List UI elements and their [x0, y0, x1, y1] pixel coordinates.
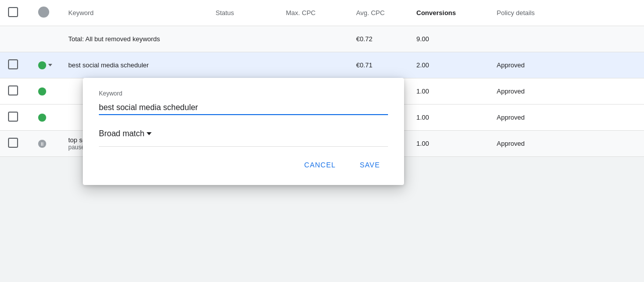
- row1-status-dropdown[interactable]: [48, 64, 52, 66]
- row3-conversions: 1.00: [413, 114, 493, 121]
- row2-check[interactable]: [4, 85, 34, 97]
- row2-checkbox[interactable]: [8, 85, 18, 96]
- header-max-cpc: Max. CPC: [282, 9, 352, 17]
- row1-checkbox[interactable]: [8, 59, 18, 69]
- row4-policy: Approved: [493, 140, 640, 147]
- header-conversions: Conversions: [413, 9, 493, 17]
- row3-checkbox[interactable]: [8, 112, 18, 122]
- row4-status: [34, 140, 64, 148]
- paused-icon: [40, 140, 45, 147]
- header-keyword: Keyword: [64, 9, 212, 17]
- header-status-icon: [34, 7, 64, 19]
- status-icon-header: [38, 7, 49, 18]
- total-label: Total: All but removed keywords: [64, 35, 212, 43]
- match-type-chevron-icon: [147, 132, 152, 135]
- total-row: Total: All but removed keywords €0.72 9.…: [0, 26, 644, 52]
- cancel-button[interactable]: CANCEL: [296, 157, 344, 173]
- total-avg-cpc: €0.72: [352, 35, 413, 43]
- row2-conversions: 1.00: [413, 87, 493, 95]
- row4-status-paused: [38, 140, 46, 148]
- row2-status: [34, 87, 64, 96]
- row1-avg-cpc: €0.71: [352, 61, 413, 69]
- header-check[interactable]: [4, 7, 34, 19]
- header-status: Status: [212, 9, 282, 17]
- row3-policy: Approved: [493, 114, 640, 121]
- row1-status-green: [38, 61, 46, 69]
- row1-status: [34, 61, 64, 69]
- table-row: best social media scheduler €0.71 2.00 A…: [0, 52, 644, 78]
- match-type-dropdown-button[interactable]: Broad match: [99, 127, 152, 140]
- row4-check[interactable]: [4, 138, 34, 149]
- modal-input-container: [99, 101, 388, 115]
- modal-keyword-label: Keyword: [99, 90, 388, 97]
- edit-keyword-modal: Keyword Broad match CANCEL SAVE: [83, 78, 404, 185]
- header-avg-cpc: Avg. CPC: [352, 9, 413, 17]
- row3-status: [34, 114, 64, 122]
- match-type-label: Broad match: [99, 129, 145, 138]
- total-conversions: 9.00: [413, 35, 493, 43]
- row4-conversions: 1.00: [413, 140, 493, 147]
- modal-actions: CANCEL SAVE: [99, 157, 388, 173]
- row1-keyword: best social media scheduler: [64, 61, 212, 69]
- row3-status-green: [38, 114, 46, 122]
- table-header: Keyword Status Max. CPC Avg. CPC Convers…: [0, 0, 644, 26]
- row2-policy: Approved: [493, 87, 640, 95]
- row4-checkbox[interactable]: [8, 138, 18, 148]
- select-all-checkbox[interactable]: [8, 7, 18, 17]
- row2-status-green: [38, 87, 46, 96]
- row1-conversions: 2.00: [413, 61, 493, 69]
- save-button[interactable]: SAVE: [352, 157, 388, 173]
- header-policy: Policy details: [493, 9, 640, 17]
- match-type-container: Broad match: [99, 127, 388, 147]
- row1-check[interactable]: [4, 59, 34, 71]
- row1-policy: Approved: [493, 61, 640, 69]
- keyword-input[interactable]: [99, 101, 388, 115]
- row3-check[interactable]: [4, 112, 34, 123]
